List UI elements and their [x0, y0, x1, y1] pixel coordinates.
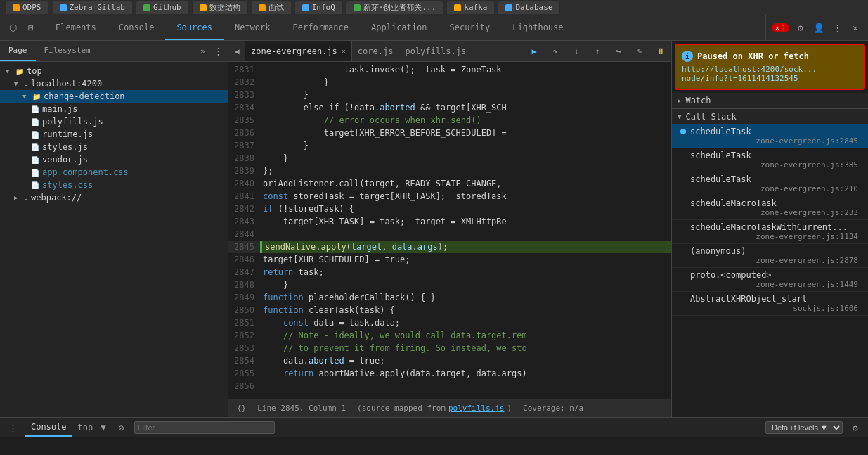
step-btn[interactable]: ↪: [611, 44, 626, 59]
code-line-2854[interactable]: data.aborted = true;: [260, 354, 671, 367]
code-line-2856[interactable]: [260, 380, 671, 392]
file-tab-polyfills[interactable]: polyfills.js: [399, 41, 472, 61]
code-line-2847[interactable]: return task;: [260, 266, 671, 278]
sidebar-tabs-more-icon[interactable]: »: [195, 46, 211, 56]
code-line-2855[interactable]: return abortNative.apply(data.target, da…: [260, 367, 671, 380]
call-stack-item-7[interactable]: AbstractXHRObject_startsockjs.js:1606: [672, 292, 868, 316]
tree-item-runtime-js[interactable]: 📄 runtime.js: [0, 128, 228, 141]
browser-tab-kafka[interactable]: kafka: [447, 1, 494, 14]
source-map-link[interactable]: polyfills.js: [448, 404, 504, 413]
call-stack-item-0[interactable]: scheduleTaskzone-evergreen.js:2845: [672, 124, 868, 148]
step-out-btn[interactable]: ↑: [590, 44, 605, 59]
code-line-2832[interactable]: }: [260, 76, 671, 89]
tab-security[interactable]: Security: [439, 15, 502, 40]
call-stack-item-2[interactable]: scheduleTaskzone-evergreen.js:210: [672, 172, 868, 196]
call-stack-item-4[interactable]: scheduleMacroTaskWithCurrent...zone-ever…: [672, 220, 868, 244]
call-stack-item-3[interactable]: scheduleMacroTaskzone-evergreen.js:233: [672, 196, 868, 220]
code-line-2842[interactable]: if (!storedTask) {: [260, 203, 671, 215]
browser-tab-infoq[interactable]: InfoQ: [295, 1, 342, 14]
code-line-2843[interactable]: target[XHR_TASK] = task; target = XMLHtt…: [260, 215, 671, 228]
code-line-2851[interactable]: const data = task.data;: [260, 316, 671, 329]
tree-item-top[interactable]: ▼ 📁 top: [0, 65, 228, 77]
pause-on-exceptions-btn[interactable]: ⏸: [653, 44, 668, 59]
code-line-2835[interactable]: // error occurs when xhr.send(): [260, 114, 671, 127]
code-line-2833[interactable]: }: [260, 89, 671, 101]
sidebar-tab-page[interactable]: Page: [0, 41, 36, 61]
tree-item-change-detection[interactable]: ▼ 📁 change-detection: [0, 90, 228, 103]
browser-tab-xinya[interactable]: 新芽·创业者都关...: [346, 1, 443, 14]
file-tab-zone-evergreen[interactable]: zone-evergreen.js ✕: [245, 41, 352, 61]
code-line-2839[interactable]: };: [260, 165, 671, 177]
user-icon[interactable]: 👤: [812, 21, 826, 35]
editor-nav-back-icon[interactable]: ◀: [228, 43, 245, 60]
tree-item-app-css[interactable]: 📄 app.component.css: [0, 166, 228, 179]
code-line-2837[interactable]: }: [260, 139, 671, 152]
device-icon[interactable]: ⊟: [24, 21, 38, 35]
sidebar-more-icon[interactable]: ⋮: [211, 44, 225, 58]
tree-item-webpack[interactable]: ▶ ☁ webpack://: [0, 191, 228, 204]
line-number-2856: 2856: [228, 380, 260, 392]
browser-tab-github[interactable]: Github: [136, 1, 188, 14]
code-line-2848[interactable]: }: [260, 278, 671, 291]
watch-section: ▶ Watch: [672, 93, 868, 109]
tab-lighthouse[interactable]: Lighthouse: [501, 15, 574, 40]
code-line-2853[interactable]: // to prevent it from firing. So instead…: [260, 342, 671, 354]
more-menu-icon[interactable]: ⋮: [830, 21, 844, 35]
code-line-2831[interactable]: task.invoke(); task = ZoneTask: [260, 63, 671, 76]
console-filter-input[interactable]: [134, 421, 275, 434]
console-level-select[interactable]: Default levels ▼: [765, 421, 843, 434]
code-line-2841[interactable]: const storedTask = target[XHR_TASK]; sto…: [260, 190, 671, 203]
code-line-2838[interactable]: }: [260, 152, 671, 165]
tab-application[interactable]: Application: [360, 15, 438, 40]
tree-item-styles-js[interactable]: 📄 styles.js: [0, 141, 228, 153]
call-stack-item-5[interactable]: (anonymous)zone-evergreen.js:2878: [672, 244, 868, 268]
code-line-2845[interactable]: sendNative.apply(target, data.args);: [260, 241, 671, 253]
browser-tab-odps[interactable]: ODPS: [6, 1, 48, 14]
browser-tab-zebra[interactable]: Zebra-Gitlab: [53, 1, 132, 14]
tree-item-vendor-js[interactable]: 📄 vendor.js: [0, 153, 228, 166]
file-icon-polyfills-js: 📄: [31, 118, 39, 126]
watch-section-header[interactable]: ▶ Watch: [672, 93, 868, 108]
code-line-2836[interactable]: target[XHR_ERROR_BEFORE_SCHEDULED] =: [260, 127, 671, 139]
code-line-2852[interactable]: // Note - ideally, we would call data.ta…: [260, 329, 671, 342]
tab-sources[interactable]: Sources: [165, 15, 224, 40]
code-line-2834[interactable]: else if (!data.aborted && target[XHR_SCH: [260, 101, 671, 114]
code-line-2850[interactable]: function clearTask(task) {: [260, 304, 671, 316]
console-menu-icon[interactable]: ⋮: [6, 421, 20, 435]
tab-network[interactable]: Network: [224, 15, 282, 40]
call-stack-item-6[interactable]: proto.<computed>zone-evergreen.js:1449: [672, 268, 868, 292]
code-line-2849[interactable]: function placeholderCallback() { }: [260, 291, 671, 304]
file-tab-core[interactable]: core.js: [352, 41, 400, 61]
step-over-btn[interactable]: ↷: [548, 44, 563, 59]
tab-performance[interactable]: Performance: [282, 15, 360, 40]
browser-tab-ds[interactable]: 数据结构: [193, 1, 247, 14]
tree-item-styles-css[interactable]: 📄 styles.css: [0, 179, 228, 191]
close-icon[interactable]: ✕: [848, 21, 862, 35]
code-line-2846[interactable]: target[XHR_SCHEDULED] = true;: [260, 253, 671, 266]
deactivate-breakpoints-btn[interactable]: ✎: [632, 44, 647, 59]
tree-item-polyfills-js[interactable]: 📄 polyfills.js: [0, 115, 228, 128]
resume-btn[interactable]: ▶: [526, 44, 542, 59]
console-stop-icon[interactable]: ⊘: [115, 421, 129, 435]
code-line-2844[interactable]: [260, 228, 671, 241]
call-stack-header[interactable]: ▼ Call Stack: [672, 109, 868, 124]
tab-elements[interactable]: Elements: [44, 15, 108, 40]
browser-tab-mianshi[interactable]: 面试: [252, 1, 291, 14]
sidebar-tab-filesystem[interactable]: Filesystem: [36, 41, 99, 61]
call-stack-fn-label: scheduleTask: [690, 174, 751, 184]
code-lines[interactable]: task.invoke(); task = ZoneTask } } else …: [260, 62, 671, 399]
browser-tab-database[interactable]: Database: [498, 1, 559, 14]
tab-console[interactable]: Console: [108, 15, 166, 40]
settings-icon[interactable]: ⚙: [793, 21, 808, 35]
tree-item-localhost[interactable]: ▼ ☁ localhost:4200: [0, 77, 228, 90]
call-stack-arrow-icon: ▼: [678, 113, 681, 120]
error-badge[interactable]: ✕ 1: [772, 23, 789, 32]
console-settings-icon[interactable]: ⚙: [848, 421, 862, 435]
code-line-2840[interactable]: oriAddListener.call(target, READY_STATE_…: [260, 177, 671, 190]
file-tab-close-icon[interactable]: ✕: [342, 47, 346, 55]
call-stack-item-1[interactable]: scheduleTaskzone-evergreen.js:385: [672, 148, 868, 172]
tree-item-main-js[interactable]: 📄 main.js: [0, 103, 228, 115]
step-into-btn[interactable]: ↓: [569, 44, 584, 59]
console-tab[interactable]: Console: [25, 418, 72, 437]
cursor-icon[interactable]: ⬡: [6, 21, 20, 35]
